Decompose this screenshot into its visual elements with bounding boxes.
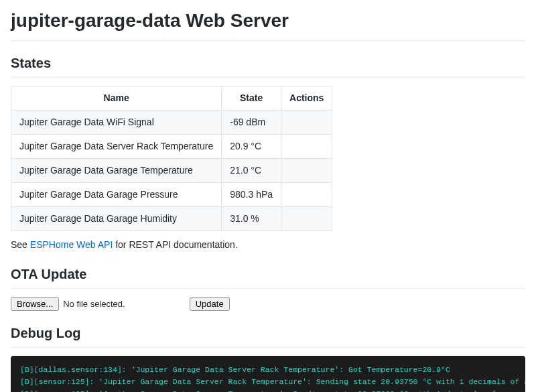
col-state: State [222, 86, 281, 111]
cell-state: 20.9 °C [222, 135, 281, 159]
cell-actions [281, 135, 332, 159]
ota-heading: OTA Update [11, 264, 525, 289]
file-status: No file selected. [63, 298, 125, 311]
cell-actions [281, 111, 332, 135]
cell-name: Jupiter Garage Data Garage Pressure [11, 183, 222, 207]
table-row: Jupiter Garage Data Garage Temperature21… [11, 159, 332, 183]
api-note-suffix: for REST API documentation. [113, 239, 238, 250]
cell-actions [281, 207, 332, 231]
cell-state: -69 dBm [222, 111, 281, 135]
table-row: Jupiter Garage Data Garage Humidity31.0 … [11, 207, 332, 231]
cell-name: Jupiter Garage Data Garage Temperature [11, 159, 222, 183]
cell-state: 31.0 % [222, 207, 281, 231]
cell-actions [281, 159, 332, 183]
cell-actions [281, 183, 332, 207]
col-name: Name [11, 86, 222, 111]
table-row: Jupiter Garage Data Garage Pressure980.3… [11, 183, 332, 207]
debug-log: [D][dallas.sensor:134]: 'Jupiter Garage … [11, 356, 525, 392]
update-button[interactable]: Update [190, 297, 230, 311]
cell-name: Jupiter Garage Data Server Rack Temperat… [11, 135, 222, 159]
col-actions: Actions [281, 86, 332, 111]
states-table: Name State Actions Jupiter Garage Data W… [11, 86, 332, 231]
cell-state: 21.0 °C [222, 159, 281, 183]
cell-state: 980.3 hPa [222, 183, 281, 207]
api-note: See ESPHome Web API for REST API documen… [11, 238, 525, 252]
browse-button[interactable]: Browse... [11, 297, 59, 311]
api-link[interactable]: ESPHome Web API [30, 239, 113, 250]
table-row: Jupiter Garage Data Server Rack Temperat… [11, 135, 332, 159]
cell-name: Jupiter Garage Data WiFi Signal [11, 111, 222, 135]
api-note-prefix: See [11, 239, 30, 250]
cell-name: Jupiter Garage Data Garage Humidity [11, 207, 222, 231]
ota-row: Browse... No file selected. Update [11, 297, 525, 311]
debug-heading: Debug Log [11, 323, 525, 348]
page-title: jupiter-garage-data Web Server [11, 7, 525, 41]
states-heading: States [11, 53, 525, 78]
table-row: Jupiter Garage Data WiFi Signal-69 dBm [11, 111, 332, 135]
